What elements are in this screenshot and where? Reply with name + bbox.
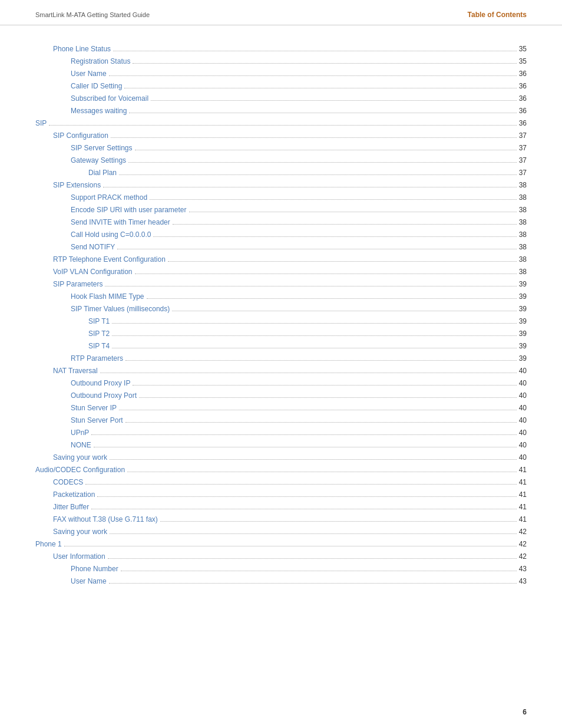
toc-label[interactable]: User Information bbox=[53, 551, 105, 563]
toc-label[interactable]: CODECS bbox=[53, 476, 83, 489]
toc-dots bbox=[110, 459, 517, 460]
toc-label[interactable]: SIP T4 bbox=[88, 340, 110, 353]
toc-row: Hook Flash MIME Type39 bbox=[35, 291, 527, 303]
toc-label[interactable]: Jitter Buffer bbox=[53, 501, 89, 513]
toc-label[interactable]: Stun Server IP bbox=[71, 402, 117, 414]
toc-row: SIP36 bbox=[35, 117, 527, 130]
toc-label[interactable]: Phone Number bbox=[71, 563, 118, 575]
toc-row: FAX without T.38 (Use G.711 fax)41 bbox=[35, 513, 527, 526]
toc-label[interactable]: SIP Timer Values (milliseconds) bbox=[71, 303, 170, 315]
toc-row: Caller ID Setting36 bbox=[35, 80, 527, 93]
header-title: SmartLink M-ATA Getting Started Guide bbox=[35, 11, 150, 18]
toc-row: Stun Server IP40 bbox=[35, 402, 527, 414]
toc-label[interactable]: Stun Server Port bbox=[71, 414, 123, 427]
toc-row: Messages waiting36 bbox=[35, 105, 527, 117]
toc-row: VoIP VLAN Configuration38 bbox=[35, 266, 527, 278]
toc-label[interactable]: SIP T2 bbox=[88, 328, 110, 340]
toc-dots bbox=[113, 51, 517, 51]
toc-row: SIP T439 bbox=[35, 340, 527, 353]
toc-dots bbox=[139, 397, 517, 398]
toc-label[interactable]: Send INVITE with Timer header bbox=[71, 216, 170, 229]
toc-row: UPnP40 bbox=[35, 427, 527, 439]
toc-dots bbox=[109, 75, 517, 76]
toc-page-number: 36 bbox=[519, 105, 527, 117]
toc-label[interactable]: RTP Parameters bbox=[71, 353, 123, 365]
toc-label[interactable]: Audio/CODEC Configuration bbox=[35, 464, 125, 476]
toc-label[interactable]: SIP Configuration bbox=[53, 130, 108, 142]
toc-label[interactable]: SIP bbox=[35, 117, 47, 130]
toc-dots bbox=[109, 583, 517, 584]
toc-page-number: 37 bbox=[519, 154, 527, 167]
toc-page-number: 39 bbox=[519, 353, 527, 365]
toc-row: SIP Configuration37 bbox=[35, 130, 527, 142]
toc-dots bbox=[125, 360, 517, 361]
toc-label[interactable]: VoIP VLAN Configuration bbox=[53, 266, 133, 278]
toc-label[interactable]: RTP Telephone Event Configuration bbox=[53, 253, 166, 266]
toc-dots bbox=[119, 174, 517, 175]
toc-label[interactable]: FAX without T.38 (Use G.711 fax) bbox=[53, 513, 158, 526]
toc-container: Phone Line Status35Registration Status35… bbox=[0, 43, 562, 611]
toc-page-number: 38 bbox=[519, 253, 527, 266]
toc-dots bbox=[97, 496, 516, 497]
toc-dots bbox=[105, 286, 516, 286]
toc-dots bbox=[117, 249, 516, 249]
toc-label[interactable]: Outbound Proxy IP bbox=[71, 377, 130, 390]
toc-label[interactable]: Gateway Settings bbox=[71, 154, 126, 167]
toc-page-number: 43 bbox=[519, 575, 527, 588]
toc-page-number: 38 bbox=[519, 266, 527, 278]
toc-label[interactable]: UPnP bbox=[71, 427, 89, 439]
toc-row: SIP T239 bbox=[35, 328, 527, 340]
toc-dots bbox=[111, 137, 517, 138]
toc-dots bbox=[108, 558, 517, 559]
toc-label[interactable]: Subscribed for Voicemail bbox=[71, 93, 148, 105]
toc-dots bbox=[133, 63, 516, 64]
toc-label[interactable]: Saving your work bbox=[53, 526, 107, 538]
toc-label[interactable]: Packetization bbox=[53, 489, 95, 501]
toc-label[interactable]: Hook Flash MIME Type bbox=[71, 291, 144, 303]
toc-dots bbox=[173, 224, 517, 225]
toc-label[interactable]: SIP Parameters bbox=[53, 278, 103, 291]
toc-page-number: 40 bbox=[519, 452, 527, 464]
toc-dots bbox=[94, 447, 517, 447]
toc-label[interactable]: SIP T1 bbox=[88, 315, 110, 328]
toc-label[interactable]: Send NOTIFY bbox=[71, 241, 115, 253]
toc-label[interactable]: Caller ID Setting bbox=[71, 80, 122, 93]
toc-label[interactable]: Phone 1 bbox=[35, 538, 62, 551]
toc-label[interactable]: NONE bbox=[71, 439, 91, 452]
toc-label[interactable]: Dial Plan bbox=[88, 167, 117, 179]
toc-row: NONE40 bbox=[35, 439, 527, 452]
toc-label[interactable]: Registration Status bbox=[71, 55, 130, 68]
toc-label[interactable]: Encode SIP URI with user parameter bbox=[71, 204, 187, 216]
toc-dots bbox=[127, 472, 517, 472]
toc-page-number: 38 bbox=[519, 204, 527, 216]
toc-row: User Name36 bbox=[35, 68, 527, 80]
toc-dots bbox=[129, 113, 516, 113]
toc-page-number: 42 bbox=[519, 538, 527, 551]
page-footer: 6 bbox=[523, 708, 527, 716]
toc-label[interactable]: SIP Extensions bbox=[53, 179, 101, 192]
toc-label[interactable]: Call Hold using C=0.0.0.0 bbox=[71, 229, 151, 241]
toc-label[interactable]: Phone Line Status bbox=[53, 43, 111, 55]
toc-page-number: 40 bbox=[519, 365, 527, 377]
toc-page-number: 41 bbox=[519, 513, 527, 526]
toc-label[interactable]: NAT Traversal bbox=[53, 365, 98, 377]
toc-dots bbox=[153, 236, 516, 237]
toc-dots bbox=[112, 323, 516, 324]
toc-label[interactable]: Messages waiting bbox=[71, 105, 127, 117]
toc-label[interactable]: Saving your work bbox=[53, 452, 107, 464]
toc-dots bbox=[172, 311, 516, 311]
toc-page-number: 39 bbox=[519, 303, 527, 315]
toc-label[interactable]: User Name bbox=[71, 575, 107, 588]
toc-row: Subscribed for Voicemail36 bbox=[35, 93, 527, 105]
toc-dots bbox=[160, 521, 517, 522]
toc-page-number: 41 bbox=[519, 489, 527, 501]
toc-label[interactable]: SIP Server Settings bbox=[71, 142, 133, 154]
toc-row: Send NOTIFY38 bbox=[35, 241, 527, 253]
toc-page-number: 35 bbox=[519, 43, 527, 55]
toc-label[interactable]: Outbound Proxy Port bbox=[71, 390, 137, 402]
toc-page-number: 39 bbox=[519, 340, 527, 353]
toc-label[interactable]: Support PRACK method bbox=[71, 192, 147, 204]
toc-label[interactable]: User Name bbox=[71, 68, 107, 80]
toc-row: SIP T139 bbox=[35, 315, 527, 328]
toc-row: Gateway Settings37 bbox=[35, 154, 527, 167]
